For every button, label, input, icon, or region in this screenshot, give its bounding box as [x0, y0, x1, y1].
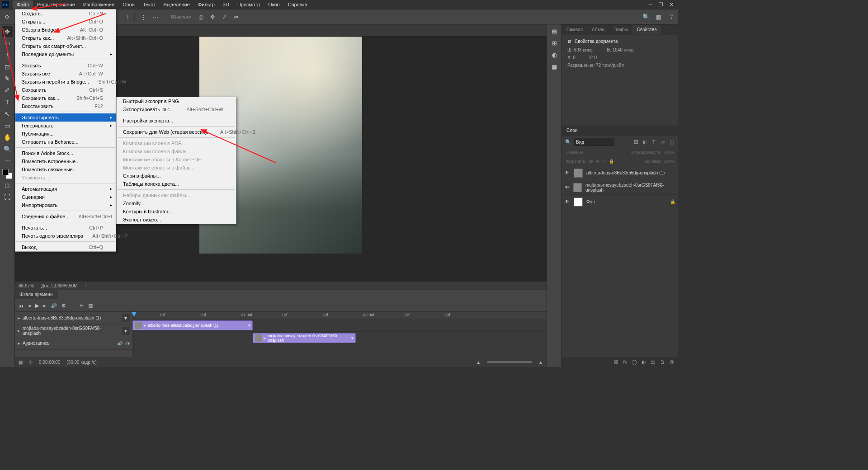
menu-просмотр[interactable]: Просмотр	[233, 0, 264, 9]
menu-item[interactable]: Генерировать	[15, 122, 116, 130]
menu-изображение[interactable]: Изображение	[79, 0, 118, 9]
menu-item[interactable]: Печатать...Ctrl+P	[15, 224, 116, 232]
panel-tab[interactable]: Абзац	[587, 25, 609, 34]
lock-all-icon[interactable]: 🔒	[609, 159, 614, 164]
adjust-icon[interactable]: ◐	[642, 359, 646, 365]
libraries-icon[interactable]: ▦	[549, 61, 559, 71]
menu-item[interactable]: Экспортировать как...Alt+Shift+Ctrl+W	[117, 105, 236, 113]
menu-item[interactable]: Поместить встроенные...	[15, 157, 116, 165]
tl-transition-icon[interactable]: ▨	[88, 303, 93, 309]
filter-type-icon[interactable]: T	[650, 138, 657, 146]
hand-tool[interactable]: ✋	[2, 132, 13, 143]
workspace-icon[interactable]: ▦	[655, 13, 663, 21]
timeline-track-header[interactable]: ▸Аудиозапись🔊♪▾	[15, 337, 132, 350]
menu-item[interactable]: Экспорт видео...	[117, 216, 236, 224]
menu-item[interactable]: Поиск в Adobe Stock...	[15, 149, 116, 157]
menu-слои[interactable]: Слои	[118, 0, 139, 9]
visibility-icon[interactable]: 👁	[565, 185, 570, 190]
distribute2-icon[interactable]: ⋯	[151, 13, 159, 21]
timeline-clip[interactable]: ▸mojtaba-mosayebzadeh-0srGS0FAf50-unspla…	[253, 333, 356, 343]
zoom-tool[interactable]: 🔍	[2, 144, 13, 155]
menu-текст[interactable]: Текст	[139, 0, 160, 9]
visibility-icon[interactable]: 👁	[565, 199, 570, 205]
filter-shape-icon[interactable]: ▱	[659, 138, 666, 146]
layer-filter-icon[interactable]: 🔍	[565, 138, 572, 146]
tl-mode-icon[interactable]: ▦	[19, 360, 23, 365]
3d-slide-icon[interactable]: ⇔	[232, 13, 240, 21]
3d-orbit-icon[interactable]: ◎	[197, 13, 205, 21]
color-panel-icon[interactable]: ▤	[549, 26, 559, 36]
timeline-track-header[interactable]: ▸alberto-frias-e8Bo83ei5dg-unsplash (1)▾	[15, 312, 132, 324]
menu-справка[interactable]: Справка	[284, 0, 311, 9]
timeline-tab[interactable]: Шкала времени	[15, 290, 57, 299]
3d-pan-icon[interactable]: ✥	[208, 13, 217, 21]
color-swatch[interactable]	[2, 169, 12, 179]
panel-tab[interactable]: Символ	[562, 25, 587, 34]
menu-item[interactable]: Контуры в Illustrator...	[117, 207, 236, 216]
menu-фильтр[interactable]: Фильтр	[194, 0, 219, 9]
menu-item[interactable]: Печать одного экземпляраAlt+Shift+Ctrl+P	[15, 232, 116, 240]
menu-item[interactable]: Отправить на Behance...	[15, 138, 116, 146]
timeline-clip[interactable]: ▸alberto-frias-e8Bo83ei5dg-unsplash (1)▾	[132, 320, 253, 330]
menu-item[interactable]: Слои в файлы...	[117, 172, 236, 180]
tl-play-icon[interactable]: ▶	[35, 303, 39, 309]
tl-settings-icon[interactable]: ⚙	[61, 303, 66, 309]
tl-mute-icon[interactable]: 🔊	[51, 303, 57, 309]
panel-tab[interactable]: Свойства	[632, 25, 661, 34]
path-tool[interactable]: ↖	[2, 108, 13, 119]
zoom-level[interactable]: 66,67%	[19, 283, 34, 288]
maximize-icon[interactable]: ❐	[659, 2, 663, 8]
menu-3d[interactable]: 3D	[219, 0, 233, 9]
menu-item[interactable]: Сохранить для Web (старая версия)...Alt+…	[117, 128, 236, 136]
move-tool-icon[interactable]: ✥	[3, 13, 11, 21]
track-options-icon[interactable]: ▾	[122, 314, 130, 322]
blend-mode[interactable]: Обычные	[566, 150, 584, 155]
menu-редактирование[interactable]: Редактирование	[33, 0, 79, 9]
tl-zoom-slider[interactable]	[487, 361, 532, 363]
eyedropper-tool[interactable]: ✎	[2, 73, 13, 84]
menu-item[interactable]: Поместить связанные...	[15, 165, 116, 174]
timeline-track-header[interactable]: ▸mojtaba-mosayebzadeh-0srGS0FAf50-unspla…	[15, 324, 132, 337]
tl-render-icon[interactable]: ↻	[29, 360, 33, 365]
swatches-panel-icon[interactable]: ⊞	[549, 38, 559, 48]
menu-item[interactable]: Быстрый экспорт в PNG	[117, 97, 236, 105]
tl-first-icon[interactable]: ⏮	[19, 303, 24, 309]
filter-adj-icon[interactable]: ◐	[641, 138, 648, 146]
lasso-tool[interactable]: ⟆	[2, 50, 13, 61]
menu-item[interactable]: Сохранить как...Shift+Ctrl+S	[15, 94, 116, 102]
menu-item[interactable]: ВосстановитьF12	[15, 102, 116, 110]
menu-выделение[interactable]: Выделение	[160, 0, 194, 9]
lock-pos-icon[interactable]: ✥	[596, 159, 599, 164]
menu-item[interactable]: Закрыть и перейти в Bridge...Shift+Ctrl+…	[15, 78, 116, 86]
menu-item[interactable]: Последние документы	[15, 50, 116, 58]
note-icon[interactable]: ♪▾	[125, 341, 130, 346]
mask-icon[interactable]: ◯	[632, 359, 637, 365]
menu-item[interactable]: Настройки экспорта...	[117, 117, 236, 125]
menu-item[interactable]: СохранитьCtrl+S	[15, 86, 116, 94]
adjustments-icon[interactable]: ◐	[549, 50, 559, 60]
link-layers-icon[interactable]: ⛓	[613, 359, 618, 365]
type-tool[interactable]: T	[2, 97, 13, 108]
move-tool[interactable]: ✥	[2, 26, 13, 37]
chevron-right-icon[interactable]: ▸	[18, 328, 20, 333]
track-options-icon[interactable]: ▾	[122, 327, 130, 335]
fx-icon[interactable]: fx	[623, 359, 627, 365]
layer-row[interactable]: 👁Фон🔒	[562, 195, 678, 209]
panel-tab[interactable]: Глифы	[609, 25, 632, 34]
menu-item[interactable]: Zoomify...	[117, 199, 236, 207]
menu-item[interactable]: Открыть как...Alt+Shift+Ctrl+O	[15, 34, 116, 42]
screenmode-tool[interactable]: ⛶	[2, 192, 13, 202]
menu-item[interactable]: Сведения о файле...Alt+Shift+Ctrl+I	[15, 212, 116, 221]
chevron-right-icon[interactable]: ▸	[18, 341, 20, 346]
share-icon[interactable]: ⇪	[667, 13, 675, 21]
align-right-icon[interactable]: ⊣	[122, 13, 130, 21]
layer-row[interactable]: 👁mojtaba-mosayebzadeh-0srGS0FAf50-unspla…	[562, 180, 678, 195]
menu-окно[interactable]: Окно	[264, 0, 284, 9]
menu-item[interactable]: Открыть...Ctrl+O	[15, 18, 116, 26]
audio-icon[interactable]: 🔊	[117, 341, 123, 346]
lock-pixels-icon[interactable]: ▦	[589, 159, 593, 164]
menu-item[interactable]: Открыть как смарт-объект...	[15, 42, 116, 50]
chevron-right-icon[interactable]: ▸	[18, 315, 20, 320]
layer-kind-select[interactable]	[574, 138, 614, 146]
minimize-icon[interactable]: ─	[649, 2, 652, 8]
